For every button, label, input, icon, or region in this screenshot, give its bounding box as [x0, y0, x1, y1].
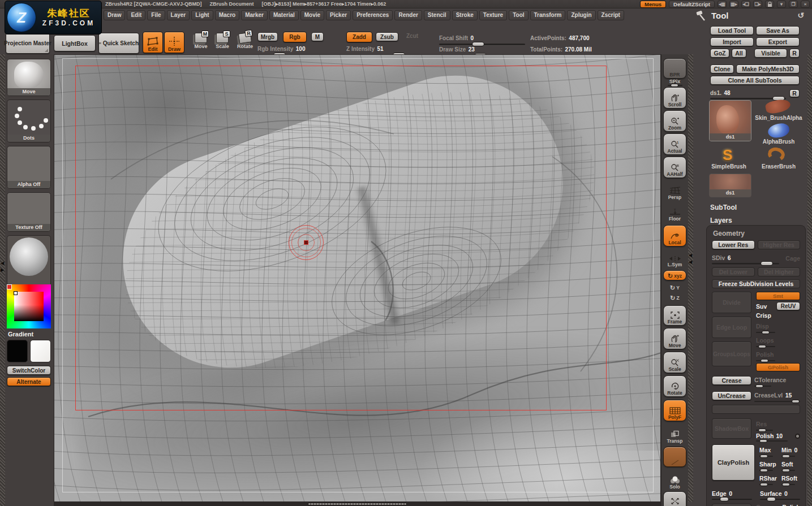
aahalf-button[interactable]: AAHalf [663, 157, 686, 178]
alpha-thumbnail[interactable]: Alpha Off [7, 146, 51, 189]
persp-button[interactable]: Persp [663, 180, 686, 201]
polish-slider[interactable]: Polish [756, 349, 800, 361]
restore-icon[interactable]: ❐ [789, 1, 798, 8]
menu-item[interactable]: Draw [104, 10, 125, 20]
alphabrush-label[interactable]: AlphaBrush [753, 139, 804, 145]
eraserbrush-icon[interactable] [767, 146, 786, 163]
stroke-thumbnail[interactable]: Dots [7, 100, 51, 142]
menu-item[interactable]: Layer [167, 10, 190, 20]
save-as-button[interactable]: Save As [756, 26, 800, 35]
scale-gyro-button[interactable]: S Scale [213, 33, 232, 49]
suv-toggle[interactable]: Suv [756, 303, 767, 310]
menu-item[interactable]: Render [394, 10, 422, 20]
panel-divider[interactable]: ◀ ◀ [688, 54, 693, 502]
y-rotate-button[interactable]: ↻Y [663, 283, 686, 292]
divider-collapse-icon[interactable]: ◀ [689, 260, 692, 265]
lock-icon[interactable] [765, 1, 774, 8]
edge-slider[interactable]: Edge 0 [712, 488, 752, 500]
current-tool-thumbnail[interactable]: ds1 [709, 100, 751, 141]
uncrease-button[interactable]: UnCrease [712, 391, 751, 400]
current-brush-thumbnail[interactable]: Move [7, 59, 51, 96]
del-lower-button[interactable]: Del Lower [712, 267, 755, 276]
creaselvl-slider[interactable]: CreaseLvl 15 [754, 390, 800, 402]
frame-button[interactable]: Frame [663, 305, 686, 326]
close-icon[interactable]: × [801, 1, 810, 8]
claypolish-rsoft-slider[interactable]: RSoft [781, 473, 800, 485]
scroll-button[interactable]: Scroll [663, 87, 686, 109]
goz-visible-button[interactable]: Visible [754, 49, 787, 58]
ctolerance-slider[interactable]: CTolerance [754, 374, 800, 387]
menu-item[interactable]: Stencil [424, 10, 450, 20]
dynamesh-polish-toggle[interactable]: Polish [782, 504, 800, 506]
menu-item[interactable]: File [147, 10, 165, 20]
layers-section[interactable]: Layers [710, 217, 732, 224]
lower-res-button[interactable]: Lower Res [712, 240, 755, 249]
cage-button[interactable]: Cage [785, 255, 800, 262]
menu-item[interactable]: Picker [326, 10, 351, 20]
z-rotate-button[interactable]: ↻Z [663, 293, 686, 302]
transp-button[interactable]: Transp [663, 424, 686, 444]
menu-item[interactable]: Edit [127, 10, 145, 20]
claypolish-button[interactable]: ClayPolish [712, 444, 755, 481]
freeze-subdivision-button[interactable]: Freeze SubDivision Levels [712, 279, 800, 288]
canvas-horizontal-scrollbar[interactable] [54, 502, 661, 506]
tool-panel-scrollbar[interactable] [807, 54, 812, 506]
redo-history-icon[interactable]: ▥▸ [729, 1, 738, 8]
actual-size-button[interactable]: 1 Actual [663, 133, 686, 155]
dynamesh-group-toggle[interactable]: Group [756, 504, 774, 506]
smt-toggle[interactable]: Smt [756, 292, 800, 300]
tray-collapse-left-icon[interactable]: ◀ [1, 261, 4, 266]
rgb-button[interactable]: Rgb [283, 32, 307, 42]
export-button[interactable]: Export [756, 37, 800, 46]
menu-item[interactable]: Stroke [452, 10, 478, 20]
menu-item[interactable]: Transform [530, 10, 566, 20]
zcut-button[interactable]: Zcut [406, 33, 418, 39]
polyframe-button[interactable]: PolyF [663, 400, 686, 421]
scale-view-button[interactable]: Scale [663, 352, 686, 373]
recent-tool-thumbnail[interactable]: ds1 [709, 174, 751, 197]
lightbox-button[interactable]: LightBox [54, 35, 96, 51]
goz-all-button[interactable]: All [732, 49, 746, 58]
divider-collapse-icon[interactable]: ◀ [689, 253, 692, 258]
goz-button[interactable]: GoZ [710, 49, 729, 58]
simplebrush-icon[interactable]: S [723, 146, 732, 164]
edge-loop-button[interactable]: Edge Loop [712, 317, 751, 338]
active-tool-slider[interactable]: ds1. 48 R [710, 87, 800, 100]
divide-button[interactable]: Divide [712, 292, 751, 313]
clone-all-subtools-button[interactable]: Clone All SubTools [710, 76, 800, 85]
move-view-button[interactable]: Move [663, 328, 686, 349]
switch-color-button[interactable]: SwitchColor [7, 366, 51, 375]
claypolish-sharp-slider[interactable]: Sharp [759, 459, 778, 471]
crisp-toggle[interactable]: Crisp [756, 312, 800, 319]
menu-item[interactable]: Zplugin [567, 10, 595, 20]
xyz-rotate-button[interactable]: ↻xyz [663, 270, 686, 280]
shadowbox-button[interactable]: ShadowBox [712, 418, 751, 439]
menu-item[interactable]: Texture [479, 10, 507, 20]
zadd-button[interactable]: Zadd [346, 32, 372, 42]
simplebrush-label[interactable]: SimpleBrush [703, 163, 754, 170]
minimize-icon[interactable]: ▾ [777, 1, 786, 8]
default-zscript-button[interactable]: DefaultZScript [669, 1, 715, 8]
document-canvas[interactable] [54, 54, 661, 502]
main-color-swatch[interactable] [7, 340, 28, 362]
sdiv-slider[interactable]: SDiv 6 [712, 252, 779, 265]
alternate-button[interactable]: Alternate [7, 377, 51, 386]
left-tray-scrollbar[interactable] [0, 54, 5, 506]
palette-reset-icon[interactable]: ↺ [797, 11, 804, 20]
loops-slider[interactable]: Loops [756, 335, 800, 347]
menus-button[interactable]: Menus [640, 1, 666, 8]
rotate-gyro-button[interactable]: R Rotate [234, 33, 256, 49]
reuv-button[interactable]: ReUV [776, 302, 800, 310]
menu-item[interactable]: Marker [241, 10, 268, 20]
disp-slider[interactable]: Disp [756, 321, 800, 333]
color-picker[interactable] [7, 284, 51, 328]
sb-polish-slider[interactable]: Polish10 [756, 433, 800, 439]
claypolish-min-slider[interactable]: Min 0 [781, 444, 800, 457]
edit-button[interactable]: Edit [143, 32, 163, 53]
gradient-label[interactable]: Gradient [8, 331, 33, 338]
saturation-square[interactable] [14, 292, 44, 321]
next-document-icon[interactable]: ❏▸ [753, 1, 762, 8]
spix-slider[interactable]: SPix [668, 79, 682, 87]
prev-document-icon[interactable]: ◂❏ [741, 1, 750, 8]
move-gyro-button[interactable]: M Move [191, 33, 210, 49]
